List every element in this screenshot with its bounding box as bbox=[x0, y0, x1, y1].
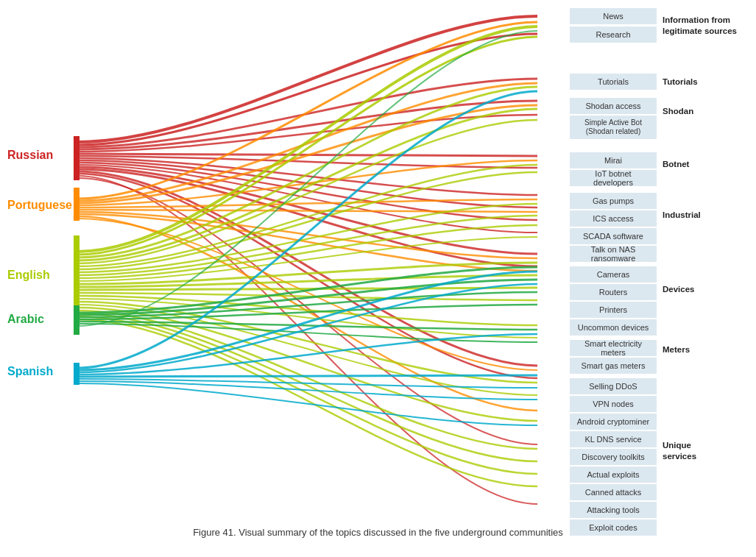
arabic-label: Arabic bbox=[7, 313, 44, 326]
box-actual-exploits: Actual exploits bbox=[570, 466, 657, 483]
box-cameras: Cameras bbox=[570, 266, 657, 283]
chart-area: Russian Portuguese English Arabic Spanis… bbox=[0, 0, 756, 522]
cat-label-tutorials: Tutorials bbox=[663, 77, 752, 88]
box-smart-gas: Smart gas meters bbox=[570, 358, 657, 374]
box-selling-ddos: Selling DDoS bbox=[570, 378, 657, 394]
main-container: Russian Portuguese English Arabic Spanis… bbox=[0, 0, 756, 557]
spanish-label: Spanish bbox=[7, 365, 53, 378]
box-shodan-access: Shodan access bbox=[570, 98, 657, 114]
box-routers: Routers bbox=[570, 284, 657, 300]
cat-label-industrial: Industrial bbox=[663, 210, 752, 221]
box-research: Research bbox=[570, 26, 657, 43]
box-tutorials: Tutorials bbox=[570, 74, 657, 90]
portuguese-label: Portuguese bbox=[7, 199, 72, 212]
box-iot-botnet: IoT botnet developers bbox=[570, 170, 657, 186]
svg-rect-1 bbox=[74, 188, 80, 221]
box-news: News bbox=[570, 8, 657, 24]
cat-label-botnet: Botnet bbox=[663, 159, 752, 170]
english-label: English bbox=[7, 269, 50, 282]
svg-rect-3 bbox=[74, 305, 80, 335]
cat-label-unique-services: Uniqueservices bbox=[663, 440, 752, 462]
cat-label-devices: Devices bbox=[663, 284, 752, 295]
box-nas-ransomware: Talk on NAS ransomware bbox=[570, 246, 657, 262]
box-printers: Printers bbox=[570, 302, 657, 318]
box-vpn-nodes: VPN nodes bbox=[570, 396, 657, 412]
box-uncommon-devices: Uncommon devices bbox=[570, 319, 657, 336]
box-kl-dns: KL DNS service bbox=[570, 431, 657, 447]
svg-rect-4 bbox=[74, 363, 80, 385]
box-scada: SCADA software bbox=[570, 228, 657, 244]
box-gas-pumps: Gas pumps bbox=[570, 193, 657, 209]
box-exploit-codes: Exploit codes bbox=[570, 519, 657, 536]
cat-label-meters: Meters bbox=[663, 344, 752, 355]
box-android-cryptominer: Android cryptominer bbox=[570, 414, 657, 430]
cat-label-info: Information fromlegitimate sources bbox=[663, 15, 752, 37]
cat-label-shodan: Shodan bbox=[663, 106, 752, 117]
box-discovery-toolkits: Discovery toolkits bbox=[570, 449, 657, 465]
box-simple-active-bot: Simple Active Bot(Shodan related) bbox=[570, 116, 657, 139]
box-mirai: Mirai bbox=[570, 152, 657, 168]
box-attacking-tools: Attacking tools bbox=[570, 502, 657, 518]
box-canned-attacks: Canned attacks bbox=[570, 484, 657, 500]
box-smart-electricity: Smart electricity meters bbox=[570, 340, 657, 356]
box-ics-access: ICS access bbox=[570, 210, 657, 227]
svg-rect-0 bbox=[74, 136, 80, 180]
russian-label: Russian bbox=[7, 149, 53, 162]
